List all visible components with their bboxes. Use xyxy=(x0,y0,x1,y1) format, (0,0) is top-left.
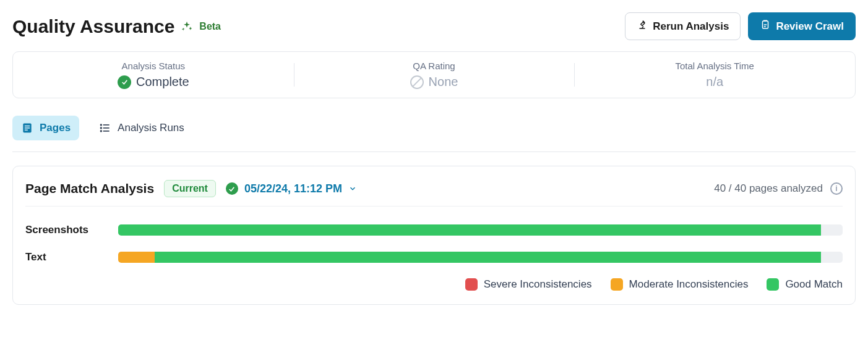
good-swatch xyxy=(767,278,779,291)
legend-moderate-label: Moderate Inconsistencies xyxy=(629,278,749,291)
legend-good: Good Match xyxy=(767,278,843,291)
none-icon xyxy=(410,75,424,89)
bar-track xyxy=(118,252,843,263)
svg-point-8 xyxy=(101,124,102,126)
pages-analyzed-text: 40 / 40 pages analyzed xyxy=(714,182,823,195)
bar-label: Text xyxy=(25,251,106,263)
svg-point-10 xyxy=(101,130,102,132)
analysis-status-label: Analysis Status xyxy=(122,61,186,71)
legend-severe: Severe Inconsistencies xyxy=(465,278,592,291)
tab-analysis-runs-label: Analysis Runs xyxy=(118,122,184,134)
analysis-title: Page Match Analysis xyxy=(25,181,154,196)
tab-analysis-runs[interactable]: Analysis Runs xyxy=(90,116,193,140)
current-badge: Current xyxy=(164,180,216,197)
rerun-analysis-label: Rerun Analysis xyxy=(653,20,729,33)
bar-chart: ScreenshotsText xyxy=(25,207,843,263)
svg-rect-3 xyxy=(25,127,30,129)
sparkle-icon xyxy=(181,20,193,33)
bar-row: Text xyxy=(25,251,843,263)
info-icon[interactable]: i xyxy=(830,182,843,195)
legend-severe-label: Severe Inconsistencies xyxy=(484,278,592,291)
pages-icon xyxy=(21,122,33,134)
severe-swatch xyxy=(465,278,478,291)
rerun-analysis-button[interactable]: Rerun Analysis xyxy=(625,12,741,40)
review-crawl-button[interactable]: Review Crawl xyxy=(748,12,856,40)
tab-pages[interactable]: Pages xyxy=(12,116,79,140)
total-time-value: n/a xyxy=(706,75,723,89)
beta-badge: Beta xyxy=(199,21,221,32)
moderate-swatch xyxy=(611,278,623,291)
bar-segment xyxy=(155,252,821,263)
total-time-label: Total Analysis Time xyxy=(675,61,754,71)
status-card: Analysis Status Complete QA Rating None … xyxy=(12,51,856,98)
legend-moderate: Moderate Inconsistencies xyxy=(611,278,749,291)
run-timestamp: 05/22/24, 11:12 PM xyxy=(244,182,342,195)
analysis-status-value: Complete xyxy=(136,75,189,89)
list-icon xyxy=(99,122,111,134)
svg-rect-4 xyxy=(25,130,28,131)
check-circle-icon xyxy=(226,182,238,195)
bar-segment xyxy=(118,224,821,236)
page-match-analysis-card: Page Match Analysis Current 05/22/24, 11… xyxy=(12,166,856,305)
tab-pages-label: Pages xyxy=(40,122,71,134)
bar-label: Screenshots xyxy=(25,224,106,236)
chevron-down-icon xyxy=(348,184,357,193)
divider xyxy=(12,151,856,152)
check-circle-icon xyxy=(118,75,131,89)
qa-rating-value: None xyxy=(429,75,458,89)
clipboard-icon xyxy=(760,19,771,33)
legend-good-label: Good Match xyxy=(785,278,843,291)
run-selector[interactable]: 05/22/24, 11:12 PM xyxy=(226,182,357,195)
bar-segment xyxy=(118,252,155,263)
bar-row: Screenshots xyxy=(25,224,843,236)
svg-point-9 xyxy=(101,127,102,129)
svg-rect-2 xyxy=(25,126,30,127)
page-title: Quality Assurance xyxy=(12,16,174,37)
review-crawl-label: Review Crawl xyxy=(776,20,844,33)
microscope-icon xyxy=(637,19,648,33)
qa-rating-label: QA Rating xyxy=(413,61,455,71)
bar-track xyxy=(118,224,843,236)
